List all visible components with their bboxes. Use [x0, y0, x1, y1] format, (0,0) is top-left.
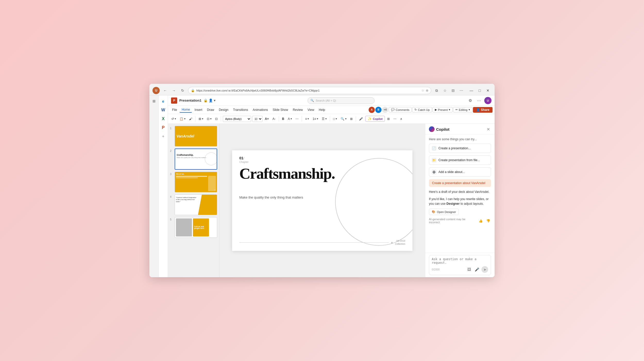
text-color-button[interactable]: A ▾: [286, 116, 293, 122]
settings-button[interactable]: ⚙: [467, 97, 473, 104]
vertical-tabs-toggle[interactable]: ⊞: [150, 97, 158, 105]
browser-more-button[interactable]: ⋯: [458, 87, 465, 94]
comments-button[interactable]: 💬 Comments: [389, 107, 412, 112]
more-text-button[interactable]: ⋯: [294, 116, 300, 122]
crop-button[interactable]: ⊡: [214, 116, 219, 122]
numbering-button[interactable]: 1≡ ▾: [311, 116, 319, 122]
powerpoint-icon[interactable]: P: [159, 124, 167, 132]
font-selector[interactable]: Aptos (Body): [223, 116, 251, 122]
share-button[interactable]: 👤 Share: [473, 107, 493, 113]
bullets-button[interactable]: ≡ ▾: [304, 116, 310, 122]
slide-thumb-4[interactable]: 4 "A person without imagination is like …: [170, 194, 217, 215]
slide-thumb-2[interactable]: 2 Craftsmanship. Make the quality the on…: [170, 149, 217, 170]
copilot-ribbon-button[interactable]: ✨ Copilot: [365, 116, 385, 122]
thumbup-button[interactable]: 👍: [478, 218, 483, 224]
close-button[interactable]: ✕: [484, 88, 492, 93]
menu-animations[interactable]: Animations: [251, 107, 270, 112]
align-button[interactable]: ☰ ▾: [320, 116, 328, 122]
main-content: 1 VanArsdel 2 Crafts: [168, 124, 495, 277]
catchup-icon: ↻: [414, 108, 417, 111]
menu-transitions[interactable]: Transitions: [231, 107, 250, 112]
feedback-row: AI-generated content may be incorrect 👍 …: [429, 218, 491, 224]
format-painter-button[interactable]: 🖌: [188, 116, 193, 122]
forward-button[interactable]: →: [171, 87, 177, 94]
suggestion-3-label: Add a slide about...: [438, 170, 465, 174]
copilot-mic-button[interactable]: 🎤: [474, 266, 480, 273]
copilot-suggestion-2[interactable]: 📁 Create presentation from file...: [429, 155, 491, 165]
menu-draw[interactable]: Draw: [205, 107, 216, 112]
bold-button[interactable]: B: [281, 116, 286, 122]
thumbdown-button[interactable]: 👎: [486, 218, 491, 224]
more-ribbon-button[interactable]: ⋯: [392, 116, 398, 122]
menu-help[interactable]: Help: [317, 107, 327, 112]
menu-design[interactable]: Design: [217, 107, 230, 112]
copilot-input-area: 0/2000 🖼 🎤 ➤: [429, 255, 491, 275]
menu-home[interactable]: Home: [180, 107, 192, 113]
excel-icon[interactable]: X: [159, 115, 167, 123]
create-about-button[interactable]: Create a presentation about VanArsdel: [429, 179, 491, 187]
increase-font-button[interactable]: A+: [264, 116, 270, 122]
ribbon-sep-1: [195, 116, 196, 121]
present-icon: ▶: [435, 108, 437, 111]
paste-button[interactable]: 📋 ▾: [178, 116, 187, 122]
menu-insert[interactable]: Insert: [192, 107, 204, 112]
copilot-intro: Here are some things you can try...: [429, 137, 491, 141]
address-bar[interactable]: 🔒 https://onedrive.live.com/:w:/t/EaCKkP…: [188, 87, 431, 94]
url-text: https://onedrive.live.com/:w:/t/EaCKkPs6…: [196, 89, 420, 92]
menu-slideshow[interactable]: Slide Show: [270, 107, 290, 112]
slide3-left: [176, 176, 207, 191]
present-button[interactable]: ▶ Present ▾: [433, 107, 453, 112]
slide-thumb-5[interactable]: 5 Culture and people here.: [170, 217, 217, 238]
menu-view[interactable]: View: [306, 107, 316, 112]
mic-button[interactable]: 🎤: [358, 116, 364, 122]
collab-avatar-2[interactable]: B: [375, 107, 382, 113]
undo-button[interactable]: ↺ ▾: [170, 116, 177, 122]
designer-button[interactable]: ⊞: [386, 116, 391, 122]
search-box[interactable]: 🔍 Search (Alt + Q): [308, 97, 375, 104]
more-users-badge[interactable]: +4: [382, 107, 388, 113]
editing-button[interactable]: ✏ Editing ▾: [453, 107, 472, 112]
share-icon: 👤: [476, 108, 480, 112]
copilot-close-button[interactable]: ✕: [485, 126, 491, 132]
copilot-input[interactable]: [432, 257, 488, 265]
slide-preview-2: Craftsmanship. Make the quality the only…: [175, 149, 217, 170]
font-size-selector[interactable]: 11: [252, 116, 262, 122]
minimize-button[interactable]: —: [468, 88, 475, 93]
word-icon[interactable]: W: [159, 106, 167, 114]
menu-file[interactable]: File: [170, 107, 179, 112]
back-button[interactable]: ←: [162, 87, 168, 94]
slide-thumb-3[interactable]: 3 About us.: [170, 172, 217, 192]
shapes-button[interactable]: □ ▾: [332, 116, 338, 122]
user-avatar[interactable]: U: [484, 97, 492, 104]
slide-num-2: 2: [170, 149, 173, 152]
maximize-button[interactable]: □: [476, 88, 483, 93]
copilot-suggestion-3[interactable]: ➕ Add a slide about...: [429, 167, 491, 177]
refresh-button[interactable]: ↻: [179, 87, 186, 94]
collapse-ribbon-button[interactable]: ∧: [399, 116, 404, 122]
edge-icon[interactable]: e: [159, 97, 167, 105]
favorites-button[interactable]: ☆: [442, 87, 448, 94]
extensions-button[interactable]: ⧉: [433, 87, 440, 94]
add-app-button[interactable]: +: [159, 133, 167, 140]
more-button[interactable]: ⋯: [476, 97, 482, 104]
canvas-footer-collection: Collection: [395, 243, 405, 246]
arrange-button[interactable]: ⊞: [349, 116, 354, 122]
slide-layout-button[interactable]: ⊞ ▾: [197, 116, 205, 122]
copilot-image-button[interactable]: 🖼: [466, 266, 472, 273]
collab-avatar-1[interactable]: A: [369, 107, 375, 113]
find-button[interactable]: 🔍 ▾: [339, 116, 348, 122]
dropdown-icon[interactable]: ▾: [214, 99, 216, 102]
copilot-suggestion-1[interactable]: 📄 Create a presentation...: [429, 144, 491, 153]
slide-thumb-1[interactable]: 1 VanArsdel: [170, 126, 217, 146]
catchup-button[interactable]: ↻ Catch Up: [412, 107, 432, 112]
menu-review[interactable]: Review: [291, 107, 305, 112]
copilot-send-button[interactable]: ➤: [481, 266, 488, 273]
slide-canvas[interactable]: 01/ Chapter Craftsmanship. Make the qual…: [232, 150, 412, 251]
decrease-font-button[interactable]: A-: [271, 116, 277, 122]
open-designer-button[interactable]: 🎨 Open Designer: [429, 209, 459, 215]
search-icon: 🔍: [310, 99, 314, 102]
slide-num-1: 1: [170, 126, 173, 130]
slide5-label: Culture and people here.: [193, 225, 209, 230]
collections-button[interactable]: ⊟: [450, 87, 456, 94]
new-slide-button[interactable]: ⊡ ▾: [206, 116, 213, 122]
